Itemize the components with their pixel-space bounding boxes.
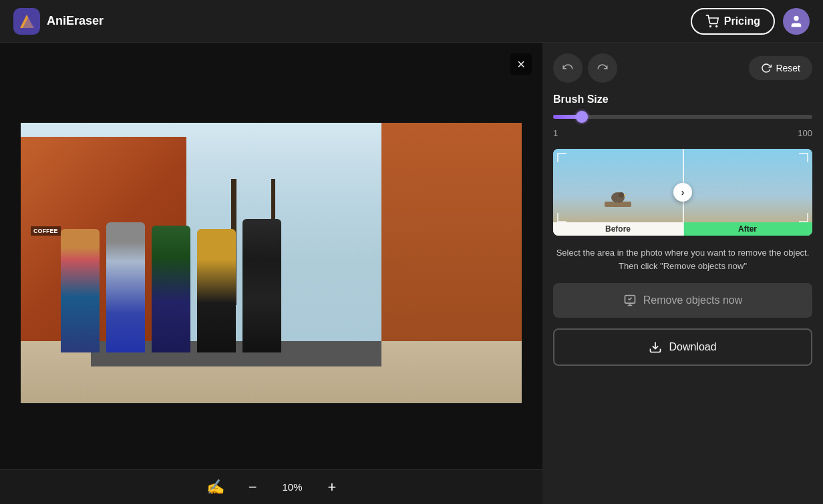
- zoom-in-button[interactable]: +: [323, 476, 342, 499]
- cart-icon: [705, 15, 719, 28]
- header-logo-area: AniEraser: [13, 8, 104, 35]
- corner-tl-before: [557, 153, 566, 162]
- redo-icon: [597, 62, 609, 74]
- preview-before-panel: Before: [553, 149, 683, 236]
- header-right-actions: Pricing: [691, 8, 810, 35]
- pricing-button[interactable]: Pricing: [691, 8, 775, 35]
- reset-icon: [761, 63, 772, 73]
- building-right: [381, 123, 522, 370]
- corner-br-after: [799, 213, 808, 222]
- slider-max: 100: [798, 128, 812, 138]
- redo-button[interactable]: [588, 53, 617, 83]
- controls-row: Reset: [553, 53, 812, 83]
- person-3: [152, 226, 190, 352]
- undo-button[interactable]: [553, 53, 583, 83]
- svg-point-3: [709, 25, 711, 27]
- slider-thumb[interactable]: [576, 111, 588, 123]
- people-group: [61, 219, 281, 352]
- brush-size-label: Brush Size: [553, 93, 812, 105]
- corner-bl-before: [557, 213, 566, 222]
- canvas-toolbar: ✍ − 10% +: [0, 469, 542, 504]
- remove-objects-button[interactable]: Remove objects now: [553, 283, 812, 318]
- preview-after-panel: After: [683, 149, 812, 236]
- person-5: [242, 219, 281, 352]
- coffee-sign: COFFEE: [31, 226, 61, 236]
- download-label: Download: [669, 341, 716, 353]
- hand-tool-button[interactable]: ✍: [201, 476, 230, 499]
- zoom-out-button[interactable]: −: [243, 476, 263, 499]
- photo-container[interactable]: COFFEE: [21, 123, 522, 403]
- canvas-area: × COFFEE: [0, 43, 542, 504]
- reset-button[interactable]: Reset: [749, 56, 812, 80]
- zoom-level: 10%: [276, 481, 309, 493]
- corner-tr-after: [799, 153, 808, 162]
- history-controls: [553, 53, 617, 83]
- app-header: AniEraser Pricing: [0, 0, 823, 43]
- undo-icon: [562, 62, 574, 74]
- person-1: [61, 229, 100, 352]
- description-text: Select the area in the photo where you w…: [553, 246, 812, 272]
- download-icon: [649, 340, 662, 354]
- svg-marker-9: [624, 194, 627, 196]
- canvas-wrapper: × COFFEE: [0, 43, 542, 469]
- svg-point-5: [794, 15, 798, 20]
- brush-slider[interactable]: [553, 115, 812, 119]
- download-button[interactable]: Download: [553, 328, 812, 366]
- preview-arrow: ›: [673, 183, 692, 202]
- photo-scene: COFFEE: [21, 123, 522, 403]
- user-icon: [789, 14, 804, 29]
- app-title: AniEraser: [47, 14, 104, 28]
- app-logo-icon: [13, 8, 40, 35]
- person-2: [106, 222, 145, 352]
- person-4: [197, 229, 236, 352]
- remove-icon: [623, 294, 637, 307]
- svg-point-8: [619, 192, 624, 198]
- close-button[interactable]: ×: [510, 53, 532, 75]
- slider-range-labels: 1 100: [553, 128, 812, 138]
- bird-before: [601, 183, 635, 210]
- before-label: Before: [553, 222, 683, 236]
- pricing-label: Pricing: [724, 15, 760, 27]
- reset-label: Reset: [776, 63, 800, 73]
- slider-min: 1: [553, 128, 558, 138]
- after-label: After: [683, 222, 812, 236]
- before-after-preview: Before After ›: [553, 149, 812, 236]
- main-content: × COFFEE: [0, 43, 823, 504]
- svg-point-4: [716, 25, 717, 27]
- right-panel: Reset Brush Size 1 100: [542, 43, 823, 504]
- user-avatar[interactable]: [783, 8, 810, 35]
- brush-size-section: Brush Size 1 100: [553, 93, 812, 138]
- remove-label: Remove objects now: [643, 294, 743, 306]
